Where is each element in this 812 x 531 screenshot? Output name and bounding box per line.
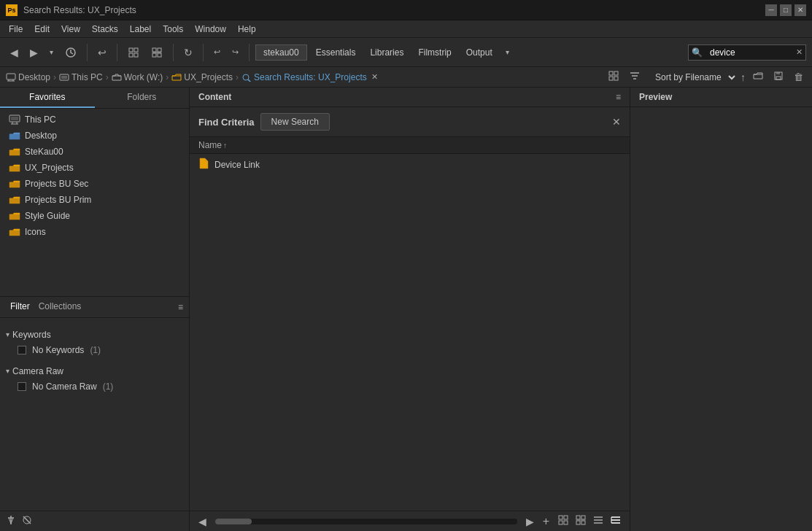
filter-section-keywords: ▾ Keywords No Keywords (1) xyxy=(0,324,189,360)
redo-button[interactable]: ↪ xyxy=(228,44,243,60)
nav-back-button[interactable]: ◀ xyxy=(6,44,23,61)
no-keywords-checkbox[interactable] xyxy=(18,346,26,354)
view-options-2-button[interactable] xyxy=(147,44,167,61)
menu-view[interactable]: View xyxy=(55,23,86,36)
bc-uxprojects[interactable]: UX_Projects xyxy=(171,72,233,82)
refresh-button[interactable]: ↻ xyxy=(179,44,197,61)
undo-button[interactable]: ↩ xyxy=(209,44,225,60)
content-nav-left-button[interactable]: ◀ xyxy=(196,514,209,529)
menu-stacks[interactable]: Stacks xyxy=(86,23,124,36)
camera-raw-chevron-icon: ▾ xyxy=(6,367,9,375)
sort-select[interactable]: Sort by Filename Sort by Date Sort by Si… xyxy=(648,70,738,85)
sort-direction-button[interactable]: ↑ xyxy=(741,71,746,83)
pin-button[interactable] xyxy=(6,515,16,527)
keywords-label: Keywords xyxy=(12,330,51,340)
search-clear-button[interactable]: ✕ xyxy=(793,45,805,59)
minimize-button[interactable]: ─ xyxy=(765,4,777,16)
fav-item-projects-bu-sec[interactable]: Projects BU Sec xyxy=(0,176,189,192)
fav-label-projects-bu-prim: Projects BU Prim xyxy=(25,195,91,205)
svg-rect-27 xyxy=(776,72,780,74)
workspace-filmstrip[interactable]: Filmstrip xyxy=(412,45,457,60)
workspace-output[interactable]: Output xyxy=(460,45,498,60)
workspace-libraries[interactable]: Libraries xyxy=(364,45,409,60)
filter-no-keywords[interactable]: No Keywords (1) xyxy=(0,343,189,357)
svg-point-16 xyxy=(243,74,249,80)
menu-label[interactable]: Label xyxy=(124,23,157,36)
filter-camera-raw-header[interactable]: ▾ Camera Raw xyxy=(0,363,189,379)
filter-no-camera-raw[interactable]: No Camera Raw (1) xyxy=(0,379,189,394)
fav-label-projects-bu-sec: Projects BU Sec xyxy=(25,179,88,189)
svg-rect-8 xyxy=(158,53,161,57)
search-input[interactable] xyxy=(705,45,793,60)
content-scrollbar[interactable] xyxy=(215,519,517,524)
user-button[interactable]: stekau00 xyxy=(255,44,307,61)
filter-tab-filter[interactable]: Filter xyxy=(6,298,34,316)
rotate-left-button[interactable]: ↩ xyxy=(93,44,111,61)
list-view-button[interactable] xyxy=(590,513,606,529)
add-item-button[interactable]: + xyxy=(540,513,552,530)
open-folder-button[interactable] xyxy=(750,70,766,84)
view-mode-button[interactable] xyxy=(606,69,622,85)
left-panel: Favorites Folders This PC Desktop xyxy=(0,88,190,531)
view-options-1-button[interactable] xyxy=(123,44,144,61)
content-nav-right-button[interactable]: ▶ xyxy=(523,514,537,529)
menu-file[interactable]: File xyxy=(3,23,28,36)
svg-rect-4 xyxy=(134,53,138,57)
fav-item-thispc[interactable]: This PC xyxy=(0,112,189,128)
fav-label-thispc: This PC xyxy=(25,115,56,125)
recent-files-button[interactable] xyxy=(61,44,81,61)
menu-window[interactable]: Window xyxy=(189,23,232,36)
bc-tab-close-icon[interactable]: ✕ xyxy=(371,72,378,82)
workspace-dropdown-button[interactable]: ▾ xyxy=(501,45,514,59)
bc-thispc[interactable]: This PC xyxy=(59,72,103,82)
nav-forward-button[interactable]: ▶ xyxy=(26,44,42,61)
filter-keywords-header[interactable]: ▾ Keywords xyxy=(0,327,189,343)
svg-rect-40 xyxy=(564,521,568,524)
maximize-button[interactable]: □ xyxy=(780,4,792,16)
menu-help[interactable]: Help xyxy=(232,23,262,36)
filter-tab-collections[interactable]: Collections xyxy=(34,298,86,316)
grid-view-button[interactable] xyxy=(555,513,571,529)
trash-button[interactable]: 🗑 xyxy=(791,70,806,84)
filter-menu-icon[interactable]: ≡ xyxy=(178,302,183,312)
content-menu-icon[interactable]: ≡ xyxy=(616,92,621,102)
fav-label-stekau00: SteKau00 xyxy=(25,147,63,157)
nav-dropdown-button[interactable]: ▾ xyxy=(45,45,58,59)
fav-item-style-guide[interactable]: Style Guide xyxy=(0,208,189,224)
bc-work[interactable]: Work (W:) xyxy=(112,72,163,82)
save-workspace-button[interactable] xyxy=(770,69,786,85)
no-camera-raw-checkbox[interactable] xyxy=(18,382,26,391)
camera-raw-label: Camera Raw xyxy=(12,366,63,376)
svg-rect-6 xyxy=(158,48,161,52)
bc-thispc-label: This PC xyxy=(71,72,103,82)
filter-button[interactable] xyxy=(626,69,643,85)
menu-tools[interactable]: Tools xyxy=(157,23,189,36)
find-criteria-label: Find Criteria xyxy=(198,117,255,128)
fav-item-icons[interactable]: Icons xyxy=(0,224,189,240)
grid-detail-view-button[interactable] xyxy=(573,513,589,529)
toolbar-separator-2 xyxy=(117,44,117,61)
fav-item-desktop[interactable]: Desktop xyxy=(0,128,189,144)
bc-searchresults[interactable]: Search Results: UX_Projects xyxy=(241,72,367,82)
no-keywords-count: (1) xyxy=(90,345,101,355)
fav-item-uxprojects[interactable]: UX_Projects xyxy=(0,160,189,176)
new-search-button[interactable]: New Search xyxy=(260,113,330,131)
bc-desktop-label: Desktop xyxy=(18,72,50,82)
table-row[interactable]: Device Link xyxy=(190,154,630,175)
no-camera-raw-count: (1) xyxy=(103,381,114,392)
fav-item-projects-bu-prim[interactable]: Projects BU Prim xyxy=(0,192,189,208)
svg-rect-3 xyxy=(129,53,133,57)
tab-folders[interactable]: Folders xyxy=(95,88,190,108)
no-pin-button[interactable] xyxy=(22,515,32,527)
fav-item-stekau00[interactable]: SteKau00 xyxy=(0,144,189,160)
find-close-button[interactable]: ✕ xyxy=(612,116,621,128)
toolbar: ◀ ▶ ▾ ↩ ↻ ↩ ↪ stekau00 Essentials Librar… xyxy=(0,38,812,67)
tab-favorites[interactable]: Favorites xyxy=(0,88,95,108)
detail-list-view-button[interactable] xyxy=(608,513,624,529)
close-button[interactable]: ✕ xyxy=(794,4,806,16)
bc-work-label: Work (W:) xyxy=(124,72,163,82)
bc-desktop[interactable]: Desktop xyxy=(6,72,50,82)
favorites-list: This PC Desktop SteKau00 U xyxy=(0,109,189,296)
menu-edit[interactable]: Edit xyxy=(28,23,55,36)
workspace-essentials[interactable]: Essentials xyxy=(310,45,362,60)
